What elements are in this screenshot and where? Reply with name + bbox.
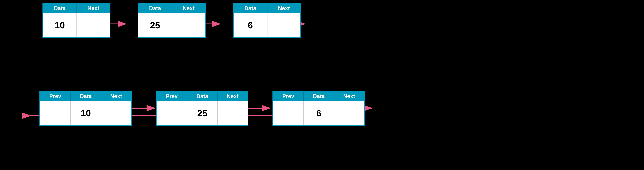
dll-node1-prev-label: Prev: [40, 92, 70, 101]
dll-node2-next-label: Next: [217, 92, 248, 101]
sll-node3-next-label: Next: [267, 4, 300, 13]
dll-node3-header: Prev Data Next: [273, 92, 364, 101]
sll-node2-header: Data Next: [138, 4, 205, 13]
dll-node3-prev-cell: [273, 101, 304, 125]
dll-node1-next-cell: [101, 101, 131, 125]
dll-node2-data-value: 25: [187, 101, 217, 125]
sll-node1-header: Data Next: [43, 4, 110, 13]
sll-node1-next-label: Next: [76, 4, 110, 13]
sll-node3-data-label: Data: [234, 4, 267, 13]
sll-node1-body: 10: [43, 13, 110, 37]
dll-node3-data-label: Data: [304, 92, 334, 101]
sll-node3-header: Data Next: [234, 4, 300, 13]
sll-node3-next-cell: [267, 13, 300, 37]
dll-node2-next-cell: [217, 101, 248, 125]
diagram-container: Data Next 10 Data Next 25: [0, 0, 644, 170]
sll-row: Data Next 10 Data Next 25: [42, 3, 301, 38]
dll-node1-header: Prev Data Next: [40, 92, 131, 101]
dll-node1-data-label: Data: [70, 92, 101, 101]
dll-node2-prev-cell: [156, 101, 187, 125]
sll-node-3: Data Next 6: [233, 3, 301, 38]
dll-node1-next-label: Next: [101, 92, 131, 101]
dll-node1-prev-cell: [40, 101, 70, 125]
sll-node-1: Data Next 10: [42, 3, 110, 38]
dll-node-2: Prev Data Next 25: [156, 91, 248, 126]
dll-row: Prev Data Next 10 Prev Data Next 25: [40, 91, 365, 126]
sll-node1-data-label: Data: [43, 4, 76, 13]
dll-node3-prev-label: Prev: [273, 92, 304, 101]
dll-node2-header: Prev Data Next: [156, 92, 248, 101]
dll-node2-body: 25: [156, 101, 248, 125]
sll-node2-next-label: Next: [172, 4, 205, 13]
dll-node3-data-value: 6: [304, 101, 334, 125]
dll-node-3: Prev Data Next 6: [272, 91, 365, 126]
dll-node3-next-label: Next: [334, 92, 364, 101]
sll-node2-data-label: Data: [138, 4, 172, 13]
dll-node3-next-cell: [334, 101, 364, 125]
sll-node-2: Data Next 25: [138, 3, 206, 38]
dll-node2-prev-label: Prev: [156, 92, 187, 101]
dll-node3-body: 6: [273, 101, 364, 125]
sll-node3-data-value: 6: [234, 13, 267, 37]
dll-node-1: Prev Data Next 10: [40, 91, 132, 126]
dll-node2-data-label: Data: [187, 92, 217, 101]
dll-node1-body: 10: [40, 101, 131, 125]
sll-node2-next-cell: [172, 13, 205, 37]
sll-node3-body: 6: [234, 13, 300, 37]
sll-node2-body: 25: [138, 13, 205, 37]
dll-node1-data-value: 10: [70, 101, 101, 125]
sll-node2-data-value: 25: [138, 13, 172, 37]
sll-node1-next-cell: [76, 13, 110, 37]
sll-node1-data-value: 10: [43, 13, 76, 37]
